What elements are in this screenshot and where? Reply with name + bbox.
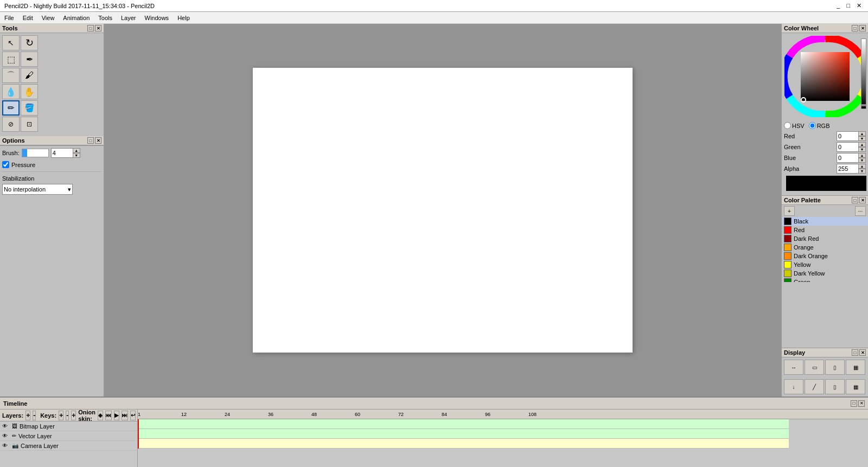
title-controls[interactable]: _ □ ✕ (834, 2, 864, 9)
interpolation-dropdown[interactable]: No interpolation ▾ (2, 184, 73, 195)
brush-tool[interactable]: 🖌 (21, 68, 38, 83)
green-down[interactable]: ▼ (858, 147, 866, 152)
camera-track[interactable] (138, 439, 789, 449)
red-input[interactable]: 0 (837, 131, 858, 141)
tools-panel-restore[interactable]: □ (87, 25, 94, 31)
rect-select-tool[interactable]: ⬚ (2, 52, 20, 67)
alpha-up[interactable]: ▲ (858, 164, 866, 169)
blue-input[interactable]: 0 (837, 153, 858, 163)
select-tool[interactable]: ↖ (2, 35, 20, 50)
canvas-area[interactable] (104, 24, 781, 396)
options-panel-controls[interactable]: □ ✕ (87, 137, 101, 144)
menu-tools[interactable]: Tools (94, 14, 117, 22)
grid2-btn[interactable]: ▦ (846, 379, 865, 394)
drawing-canvas[interactable] (253, 68, 633, 353)
hand-tool[interactable]: ✋ (21, 84, 38, 99)
menu-windows[interactable]: Windows (141, 14, 174, 22)
options-close[interactable]: ✕ (95, 137, 101, 144)
lasso-tool[interactable]: ⌒ (2, 68, 20, 83)
brush-slider[interactable] (22, 149, 49, 157)
palette-item-yellow[interactable]: Yellow (782, 260, 868, 269)
remove-key-btn[interactable]: - (66, 411, 69, 420)
maximize-btn[interactable]: □ (844, 2, 852, 9)
menu-layer[interactable]: Layer (117, 14, 141, 22)
palette-more-btn[interactable]: ··· (855, 206, 866, 216)
perspective-btn[interactable]: ▭ (805, 360, 824, 375)
pencil-tool[interactable]: ✏ (2, 100, 20, 116)
play-back-btn[interactable]: ⏮ (105, 411, 112, 420)
color-wheel-restore[interactable]: □ (852, 25, 858, 31)
alpha-input[interactable]: 255 (837, 164, 858, 174)
menu-animation[interactable]: Animation (59, 14, 94, 22)
tools-panel-controls[interactable]: □ ✕ (87, 25, 101, 31)
green-spinbox[interactable]: 0 ▲▼ (837, 142, 866, 152)
blue-up[interactable]: ▲ (858, 153, 866, 158)
rgb-radio-label[interactable]: RGB (809, 122, 830, 129)
timeline-restore[interactable]: □ (851, 400, 857, 407)
blue-down[interactable]: ▼ (858, 158, 866, 163)
play-btn[interactable]: ▶ (114, 411, 119, 420)
palette-item-dark-yellow[interactable]: Dark Yellow (782, 269, 868, 278)
minimize-btn[interactable]: _ (834, 2, 842, 9)
menu-file[interactable]: File (0, 14, 18, 22)
red-up[interactable]: ▲ (858, 131, 866, 136)
eyedropper-tool[interactable]: 💧 (2, 84, 20, 99)
line-btn[interactable]: ╱ (805, 379, 824, 394)
palette-item-dark-orange[interactable]: Dark Orange (782, 252, 868, 260)
add-key-btn[interactable]: + (59, 411, 63, 420)
brush-up[interactable]: ▲ (73, 148, 80, 153)
menu-view[interactable]: View (37, 14, 59, 22)
brush-down[interactable]: ▼ (73, 153, 80, 158)
palette-restore[interactable]: □ (852, 197, 858, 203)
brush-value-input[interactable]: 4 (51, 148, 73, 158)
blue-spinbox[interactable]: 0 ▲▼ (837, 153, 866, 163)
red-down[interactable]: ▼ (858, 136, 866, 141)
alpha-down[interactable]: ▼ (858, 169, 866, 174)
palette-item-red[interactable]: Red (782, 226, 868, 234)
vector-track[interactable] (138, 429, 789, 439)
bitmap-track[interactable] (138, 419, 789, 429)
rgb-radio[interactable] (809, 122, 816, 129)
hsv-radio-label[interactable]: HSV (784, 122, 805, 129)
add-layer-btn[interactable]: + (25, 411, 30, 420)
display-restore[interactable]: □ (852, 349, 858, 356)
color-wheel-canvas[interactable] (782, 33, 868, 120)
color-wheel-close[interactable]: ✕ (859, 25, 866, 31)
pen-tool[interactable]: ✒ (21, 52, 38, 67)
pressure-checkbox[interactable] (2, 161, 9, 168)
flip-h-btn[interactable]: ↔ (784, 360, 803, 375)
loop-btn[interactable]: ↩ (130, 411, 136, 420)
timeline-close[interactable]: ✕ (858, 400, 865, 407)
flip-v-view-btn[interactable]: ▯ (825, 360, 845, 375)
display-close[interactable]: ✕ (859, 349, 866, 356)
palette-item-green[interactable]: Green (782, 278, 868, 282)
vector-eye-btn[interactable]: 👁 (2, 433, 10, 439)
remove-layer-btn[interactable]: - (33, 411, 36, 420)
tools-panel-close[interactable]: ✕ (95, 25, 101, 31)
bucket-tool[interactable]: 🪣 (21, 100, 38, 116)
brightness-slider[interactable] (861, 39, 866, 109)
palette-item-dark-red[interactable]: Dark Red (782, 234, 868, 243)
palette-item-black[interactable]: Black (782, 217, 868, 226)
eraser-tool[interactable]: ⊡ (21, 117, 38, 132)
menu-edit[interactable]: Edit (18, 14, 37, 22)
green-up[interactable]: ▲ (858, 142, 866, 147)
onion-btn[interactable]: ◈ (98, 411, 103, 420)
palette-close[interactable]: ✕ (859, 197, 866, 203)
hsv-radio[interactable] (784, 122, 791, 129)
camera-eye-btn[interactable]: 👁 (2, 443, 10, 449)
menu-help[interactable]: Help (173, 14, 194, 22)
rotation-tool[interactable]: ↻ (21, 35, 38, 50)
brush-value-spinbox[interactable]: 4 ▲ ▼ (51, 148, 80, 158)
smudge-tool[interactable]: ⊘ (2, 117, 20, 132)
palette-add-btn[interactable]: + (784, 206, 795, 216)
red-spinbox[interactable]: 0 ▲▼ (837, 131, 866, 141)
play-fwd-btn[interactable]: ⏭ (122, 411, 128, 420)
bitmap-eye-btn[interactable]: 👁 (2, 423, 10, 429)
palette-item-orange[interactable]: Orange (782, 243, 868, 252)
arrow-down-btn[interactable]: ↓ (784, 379, 803, 394)
grid-btn[interactable]: ▦ (846, 360, 865, 375)
dup-key-btn[interactable]: + (71, 411, 76, 420)
options-restore[interactable]: □ (87, 137, 94, 144)
flip-v2-btn[interactable]: ▯ (825, 379, 845, 394)
